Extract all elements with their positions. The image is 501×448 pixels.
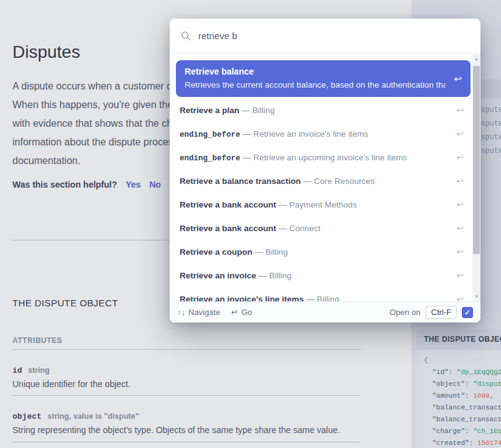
result-text: Retrieve a coupon — Billing [180, 246, 288, 257]
result-separator: — [276, 224, 289, 233]
result-separator: — [252, 247, 265, 257]
result-description: Retrieves the current account balance, b… [185, 79, 446, 91]
result-title: Retrieve a bank account [180, 224, 276, 233]
result-text: Retrieve a bank account — Connect [180, 222, 321, 234]
return-icon: ↩ [456, 199, 464, 209]
result-separator: — [301, 176, 314, 186]
result-text: ending_before — Retrieve an upcoming inv… [180, 152, 407, 163]
result-text: ending_before — Retrieve an invoice's li… [180, 128, 368, 139]
result-text: Retrieve a balance transaction — Core Re… [180, 175, 375, 186]
result-separator: — [276, 200, 289, 209]
return-icon: ↩ [456, 105, 464, 115]
result-separator: — [304, 295, 317, 301]
result-title: Retrieve a balance transaction [180, 176, 301, 186]
search-results: Retrieve balance Retrieves the current a… [170, 53, 480, 301]
open-on-checkbox[interactable]: ✓ [462, 307, 473, 318]
result-separator: — [241, 153, 254, 162]
return-icon: ↩ [456, 294, 464, 301]
scroll-down-button[interactable]: ▼ [472, 291, 480, 301]
search-bar [170, 19, 480, 53]
search-result-row[interactable]: Retrieve a bank account — Payment Method… [170, 193, 472, 216]
navigate-hint: ↑↓ Navigate [177, 308, 220, 317]
result-title: ending_before [180, 130, 241, 139]
result-title: Retrieve a bank account [180, 200, 276, 209]
return-icon: ↵ [231, 308, 238, 317]
search-input[interactable] [198, 30, 469, 41]
search-result-row[interactable]: Retrieve an invoice's line items — Billi… [170, 287, 472, 301]
scrollbar-thumb[interactable] [473, 66, 480, 254]
result-category: Billing [317, 295, 339, 301]
result-category: Connect [289, 224, 320, 233]
result-separator: — [241, 129, 254, 139]
go-label: Go [241, 308, 252, 317]
result-separator: — [256, 271, 269, 280]
result-title: ending_before [180, 154, 241, 163]
return-icon: ↩ [456, 129, 464, 139]
return-icon: ↩ [456, 270, 464, 280]
arrows-up-down-icon: ↑↓ [177, 308, 185, 317]
return-icon: ↩ [456, 247, 464, 257]
scroll-up-button[interactable]: ▲ [472, 54, 480, 64]
result-category: Core Resources [314, 176, 375, 186]
search-result-row[interactable]: Retrieve a bank account — Connect↩ [170, 216, 472, 240]
search-result-selected[interactable]: Retrieve balance Retrieves the current a… [176, 60, 471, 97]
search-result-row[interactable]: Retrieve a plan — Billing↩ [170, 98, 472, 122]
return-icon: ↩ [454, 73, 462, 85]
search-result-row[interactable]: ending_before — Retrieve an invoice's li… [170, 122, 472, 145]
result-title: Retrieve a plan [180, 106, 239, 115]
result-category: Retrieve an upcoming invoice's line item… [254, 153, 407, 162]
ctrl-f-kbd: Ctrl-F [426, 306, 457, 319]
open-on-control: Open on Ctrl-F ✓ [390, 306, 473, 319]
open-on-label: Open on [390, 308, 421, 317]
result-separator: — [239, 106, 252, 115]
return-icon: ↩ [456, 176, 464, 186]
search-results-list: Retrieve balance Retrieves the current a… [170, 53, 472, 301]
check-icon: ✓ [464, 308, 471, 317]
result-category: Retrieve an invoice's line items [254, 129, 369, 139]
result-category: Payment Methods [289, 200, 357, 209]
result-category: Billing [252, 106, 275, 115]
result-title: Retrieve a coupon [180, 247, 252, 257]
results-scrollbar[interactable]: ▲ ▼ [472, 54, 480, 301]
result-category: Billing [265, 247, 288, 257]
result-text: Retrieve an invoice's line items — Billi… [180, 293, 339, 301]
result-category: Billing [269, 271, 292, 280]
search-result-row[interactable]: ending_before — Retrieve an upcoming inv… [170, 145, 472, 169]
search-icon [181, 31, 191, 41]
search-modal: Retrieve balance Retrieves the current a… [170, 19, 480, 322]
result-title: Retrieve an invoice's line items [180, 295, 304, 301]
navigate-label: Navigate [188, 308, 220, 317]
return-icon: ↩ [456, 152, 464, 162]
result-title: Retrieve an invoice [180, 271, 256, 280]
result-text: Retrieve an invoice — Billing [180, 270, 292, 281]
search-result-row[interactable]: Retrieve a coupon — Billing↩ [170, 240, 472, 263]
result-text: Retrieve a bank account — Payment Method… [180, 199, 357, 210]
go-hint: ↵ Go [231, 308, 252, 317]
search-modal-footer: ↑↓ Navigate ↵ Go Open on Ctrl-F ✓ [170, 301, 480, 322]
return-icon: ↩ [456, 223, 464, 233]
result-text: Retrieve a plan — Billing [180, 104, 275, 116]
search-result-row[interactable]: Retrieve a balance transaction — Core Re… [170, 169, 472, 193]
search-result-row[interactable]: Retrieve an invoice — Billing↩ [170, 263, 472, 287]
result-title: Retrieve balance [185, 65, 446, 78]
